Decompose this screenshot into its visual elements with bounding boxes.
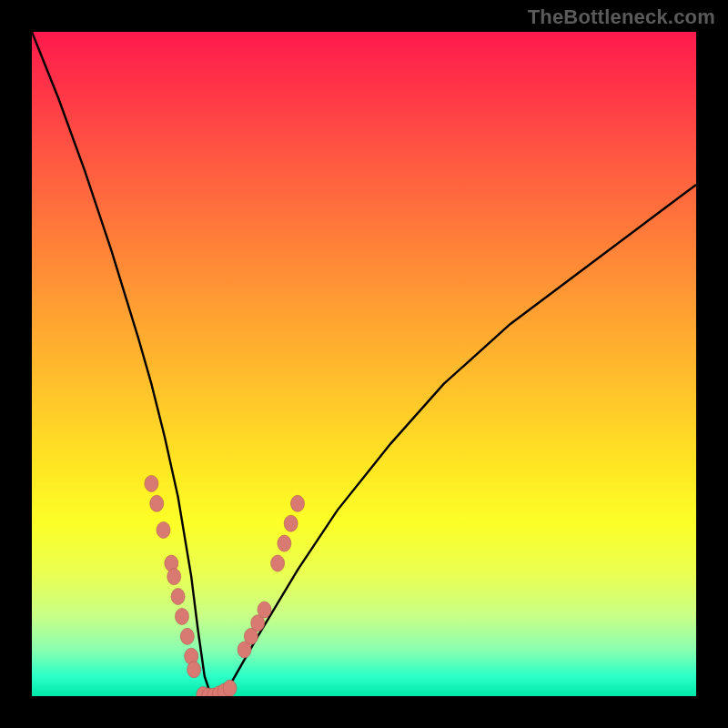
data-point bbox=[175, 608, 188, 624]
chart-frame: TheBottleneck.com bbox=[0, 0, 728, 728]
data-point bbox=[157, 522, 170, 539]
data-point bbox=[180, 628, 194, 644]
data-point bbox=[150, 495, 164, 511]
curve-layer bbox=[32, 32, 696, 696]
plot-area bbox=[32, 32, 696, 696]
data-point bbox=[145, 475, 158, 491]
data-point bbox=[187, 662, 201, 678]
data-point bbox=[284, 515, 298, 531]
data-point bbox=[171, 589, 185, 605]
data-point bbox=[291, 495, 305, 511]
data-point bbox=[278, 535, 291, 551]
bottleneck-curve bbox=[32, 32, 696, 696]
data-point bbox=[258, 602, 271, 618]
data-point bbox=[271, 555, 285, 571]
watermark-label: TheBottleneck.com bbox=[528, 5, 715, 29]
data-point bbox=[223, 680, 237, 696]
data-point bbox=[167, 569, 181, 585]
